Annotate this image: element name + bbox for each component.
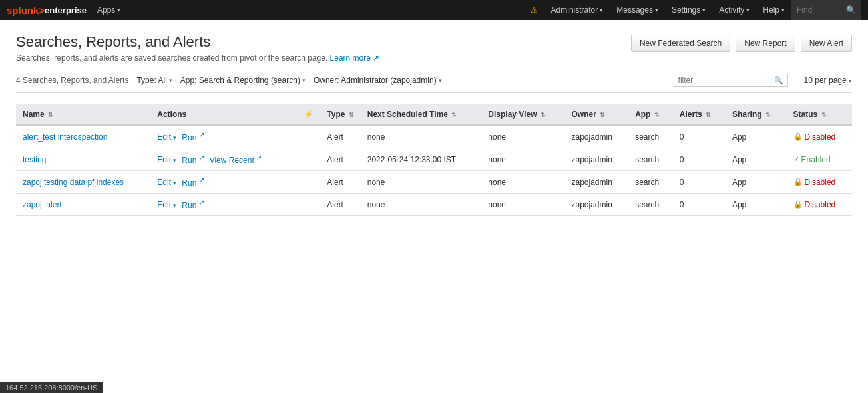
sharing-cell: App [726,125,787,148]
page-header: Searches, Reports, and Alerts Searches, … [16,33,852,63]
next-scheduled-cell: none [361,125,482,148]
col-type[interactable]: Type ⇅ [320,104,360,126]
display-view-cell: none [481,125,564,148]
edit-button[interactable]: Edit ▾ [157,178,176,187]
display-view-cell: none [481,194,564,216]
app-cell: search [628,171,673,194]
nav-administrator-label: Administrator [551,5,598,15]
col-sharing-label: Sharing [732,110,762,119]
view-recent-button[interactable]: View Recent ↗ [210,154,262,165]
display-view-cell: none [481,148,564,171]
col-status-sort-icon: ⇅ [821,112,827,118]
lightning-cell [297,148,320,171]
lightning-cell [297,171,320,194]
find-input[interactable] [797,5,843,15]
logo-splunk: splunk> [7,5,45,16]
type-cell: Alert [320,194,360,216]
edit-button[interactable]: Edit ▾ [157,200,176,209]
app-filter[interactable]: App: Search & Reporting (search) ▾ [180,76,306,85]
nav-messages-label: Messages [616,5,653,15]
edit-button[interactable]: Edit ▾ [157,155,176,164]
lock-icon: 🔒 [793,132,803,141]
run-button[interactable]: Run ↗ [182,154,204,165]
nav-settings[interactable]: Settings ▾ [665,0,712,20]
col-app[interactable]: App ⇅ [628,104,673,126]
run-external-icon: ↗ [199,199,204,206]
type-filter[interactable]: Type: All ▾ [136,76,172,85]
col-actions: Actions [150,104,297,126]
status-bar: 164.52.215.208:8000/en-US [0,382,103,393]
type-cell: Alert [320,171,360,194]
new-alert-button[interactable]: New Alert [801,35,852,52]
app-cell: search [628,125,673,148]
run-external-icon: ↗ [199,154,204,161]
check-icon: ✓ [793,155,799,164]
nav-messages-caret: ▾ [655,7,658,13]
learn-more-link[interactable]: Learn more ↗ [330,53,380,63]
status-url: 164.52.215.208:8000/en-US [5,384,97,392]
col-type-label: Type [327,110,345,119]
nav-activity[interactable]: Activity ▾ [712,0,756,20]
nav-activity-caret: ▾ [746,7,750,13]
row-name-link[interactable]: zapoj testing data pf indexes [23,178,124,187]
edit-caret: ▾ [173,180,176,186]
app-filter-label: App: Search & Reporting (search) [180,76,300,85]
run-button[interactable]: Run ↗ [182,199,204,210]
col-display-view-label: Display View [488,110,537,119]
nav-apps[interactable]: Apps ▾ [91,0,127,20]
status-badge: ✓ Enabled [793,155,845,164]
logo[interactable]: splunk> enterprise [7,5,87,16]
col-sharing[interactable]: Sharing ⇅ [726,104,787,126]
new-report-button[interactable]: New Report [736,35,795,52]
col-owner[interactable]: Owner ⇅ [564,104,628,126]
action-group: Edit ▾Run ↗View Recent ↗ [157,154,290,165]
nav-help[interactable]: Help ▾ [756,0,791,20]
col-status[interactable]: Status ⇅ [787,104,852,126]
col-alerts[interactable]: Alerts ⇅ [673,104,726,126]
nav-administrator[interactable]: Administrator ▾ [544,0,610,20]
row-name-link[interactable]: alert_test interospection [23,132,107,142]
col-alerts-sort-icon: ⇅ [706,112,711,118]
edit-button[interactable]: Edit ▾ [157,132,176,142]
filter-input[interactable] [678,76,771,85]
table-row: alert_test interospectionEdit ▾Run ↗Aler… [16,125,852,148]
nav-messages[interactable]: Messages ▾ [610,0,665,20]
col-lightning: ⚡ [297,104,320,126]
sharing-cell: App [726,194,787,216]
action-group: Edit ▾Run ↗ [157,131,290,142]
results-count: 4 Searches, Reports, and Alerts [16,76,128,85]
status-badge: 🔒 Disabled [793,132,845,142]
owner-filter[interactable]: Owner: Administrator (zapojadmin) ▾ [314,76,442,85]
warning-icon: ⚠ [531,5,538,15]
col-display-view-sort-icon: ⇅ [541,112,546,118]
subtitle-text: Searches, reports, and alerts are saved … [16,53,327,63]
col-next-scheduled[interactable]: Next Scheduled Time ⇅ [361,104,482,126]
new-federated-search-button[interactable]: New Federated Search [631,35,730,52]
nav-find[interactable]: 🔍 [791,0,861,20]
run-button[interactable]: Run ↗ [182,176,204,188]
action-group: Edit ▾Run ↗ [157,199,290,210]
col-name[interactable]: Name ⇅ [16,104,150,126]
col-display-view[interactable]: Display View ⇅ [481,104,564,126]
owner-cell: zapojadmin [564,148,628,171]
nav-warning[interactable]: ⚠ [524,0,544,20]
row-name-link[interactable]: zapoj_alert [23,200,62,209]
page-title: Searches, Reports, and Alerts [16,33,379,51]
sharing-cell: App [726,171,787,194]
edit-caret: ▾ [173,202,176,209]
edit-caret: ▾ [173,157,176,164]
search-icon: 🔍 [846,5,856,15]
lock-icon: 🔒 [793,200,803,209]
run-button[interactable]: Run ↗ [182,131,204,142]
app-cell: search [628,194,673,216]
table-header: Name ⇅ Actions ⚡ Type ⇅ Next Scheduled T… [16,104,852,126]
nav-apps-label: Apps [97,5,115,15]
col-name-sort-icon: ⇅ [48,112,53,118]
table-body: alert_test interospectionEdit ▾Run ↗Aler… [16,125,852,216]
owner-cell: zapojadmin [564,125,628,148]
row-name-link[interactable]: testing [23,155,46,164]
sharing-cell: App [726,148,787,171]
per-page-selector[interactable]: 10 per page ▾ [804,76,852,85]
nav-apps-caret: ▾ [117,7,120,13]
col-next-scheduled-sort-icon: ⇅ [451,112,457,118]
